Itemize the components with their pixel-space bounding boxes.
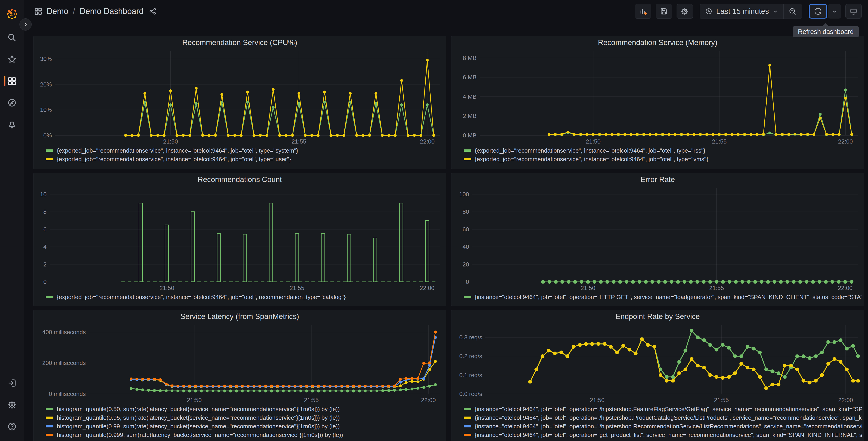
legend-item[interactable]: {exported_job="recommendationservice", i… (464, 155, 862, 164)
svg-text:4: 4 (43, 243, 46, 250)
dashboard-settings-button[interactable] (677, 4, 693, 19)
breadcrumb-page[interactable]: Demo Dashboard (80, 6, 144, 16)
add-panel-icon (639, 7, 647, 16)
legend-item[interactable]: {instance="otelcol:9464", job="otel", op… (464, 405, 862, 413)
legend-swatch-icon (464, 158, 471, 160)
sidebar-item-starred[interactable] (0, 49, 24, 70)
legend-swatch-icon (46, 158, 53, 160)
toolbar: Last 15 minutes (630, 4, 862, 19)
svg-text:21:55: 21:55 (304, 396, 319, 404)
save-dashboard-button[interactable] (656, 4, 672, 19)
sidebar-item-search[interactable] (0, 27, 24, 49)
panel-title[interactable]: Recommendations Count (33, 173, 446, 185)
sidebar-expand-button[interactable] (20, 18, 32, 31)
svg-text:6 MB: 6 MB (463, 74, 476, 81)
error-rate-legend: {instance="otelcol:9464", job="otel", op… (452, 292, 864, 306)
kiosk-mode-button[interactable] (845, 4, 862, 19)
legend-item[interactable]: {exported_job="recommendationservice", i… (46, 146, 444, 155)
svg-text:100: 100 (459, 191, 469, 198)
legend-label: {exported_job="recommendationservice", i… (57, 294, 345, 301)
svg-text:0.0 req/s: 0.0 req/s (459, 390, 482, 397)
recommendations-chart[interactable]: 024681021:5021:5522:00 (33, 185, 446, 292)
sidebar-item-settings[interactable] (0, 394, 24, 416)
panel-title[interactable]: Recommendation Service (Memory) (452, 36, 864, 48)
legend-swatch-icon (46, 149, 53, 152)
error-rate-chart[interactable]: 02040608010021:5021:5522:00 (452, 185, 864, 292)
legend-label: {instance="otelcol:9464", job="otel", op… (475, 406, 862, 413)
panel-error-rate: Error Rate 02040608010021:5021:5522:00 {… (451, 173, 864, 306)
svg-text:60: 60 (463, 226, 469, 233)
legend-item[interactable]: {instance="otelcol:9464", job="otel", op… (464, 422, 862, 431)
clock-icon (705, 7, 713, 15)
legend-label: {instance="otelcol:9464", job="otel", op… (475, 294, 862, 301)
panel-title[interactable]: Endpoint Rate by Service (452, 310, 864, 322)
refresh-interval-button[interactable] (828, 4, 841, 19)
panel-title[interactable]: Service Latency (from SpanMetrics) (33, 310, 446, 322)
svg-text:2: 2 (43, 261, 46, 268)
memory-chart[interactable]: 0 MB2 MB4 MB6 MB8 MB21:5021:5522:00 (452, 48, 864, 146)
add-panel-button[interactable] (635, 4, 651, 19)
svg-text:22:00: 22:00 (838, 285, 852, 291)
svg-text:0: 0 (43, 278, 46, 285)
zoom-out-button[interactable] (784, 4, 802, 19)
svg-text:21:55: 21:55 (714, 396, 729, 404)
legend-label: {instance="otelcol:9464", job="otel", op… (475, 414, 862, 421)
legend-label: {exported_job="recommendationservice", i… (57, 147, 298, 154)
legend-item[interactable]: {instance="otelcol:9464", job="otel", op… (464, 413, 862, 422)
legend-item[interactable]: histogram_quantile(0.50, sum(rate(latenc… (46, 405, 444, 413)
breadcrumb: Demo / Demo Dashboard (34, 6, 157, 16)
svg-text:21:55: 21:55 (290, 285, 304, 291)
bell-icon (7, 120, 17, 129)
endpoint-rate-legend: {instance="otelcol:9464", job="otel", op… (452, 404, 864, 441)
legend-label: histogram_quantile(0.99, sum(rate(latenc… (57, 423, 340, 430)
svg-text:10%: 10% (40, 107, 52, 113)
zoom-out-icon (788, 7, 797, 16)
endpoint-rate-chart[interactable]: 0.0 req/s0.1 req/s0.2 req/s0.3 req/s21:5… (452, 322, 864, 404)
help-icon (7, 422, 17, 431)
legend-item[interactable]: histogram_quantile(0.999, sum(rate(laten… (46, 431, 444, 439)
legend-label: {exported_job="recommendationservice", i… (475, 156, 708, 163)
latency-chart[interactable]: 0 milliseconds200 milliseconds400 millis… (33, 322, 446, 404)
svg-text:4 MB: 4 MB (463, 93, 476, 100)
svg-text:0.3 req/s: 0.3 req/s (459, 334, 482, 341)
gear-icon (681, 7, 689, 16)
sidebar-item-dashboards[interactable] (0, 70, 24, 92)
legend-item[interactable]: {exported_job="recommendationservice", i… (46, 293, 444, 301)
svg-text:21:50: 21:50 (187, 396, 202, 404)
share-icon[interactable] (149, 7, 157, 15)
breadcrumb-section[interactable]: Demo (46, 6, 68, 16)
legend-item[interactable]: histogram_quantile(0.99, sum(rate(latenc… (46, 422, 444, 431)
panel-title[interactable]: Error Rate (452, 173, 864, 185)
svg-text:0.1 req/s: 0.1 req/s (459, 372, 482, 379)
refresh-dashboard-button[interactable] (809, 4, 827, 19)
gear-icon (7, 400, 17, 410)
legend-item[interactable]: histogram_quantile(0.95, sum(rate(latenc… (46, 413, 444, 422)
svg-text:8 MB: 8 MB (463, 55, 476, 61)
time-range-picker[interactable]: Last 15 minutes (700, 4, 783, 19)
panel-title[interactable]: Recommendation Service (CPU%) (33, 36, 446, 48)
legend-item[interactable]: {instance="otelcol:9464", job="otel", op… (464, 431, 862, 439)
chevron-right-icon (23, 22, 29, 27)
sidebar-item-help[interactable] (0, 416, 24, 437)
time-range-label: Last 15 minutes (716, 7, 769, 16)
search-icon (7, 33, 17, 42)
legend-swatch-icon (46, 408, 53, 410)
legend-item[interactable]: {instance="otelcol:9464", job="otel", op… (464, 293, 862, 301)
grafana-logo[interactable] (6, 8, 18, 20)
svg-text:30%: 30% (40, 56, 52, 62)
cpu-chart[interactable]: 0%10%20%30%21:5021:5522:00 (33, 48, 446, 146)
legend-label: {instance="otelcol:9464", job="otel", op… (475, 432, 862, 439)
legend-swatch-icon (46, 296, 53, 298)
svg-text:2 MB: 2 MB (463, 113, 476, 119)
sidebar (0, 0, 24, 441)
panel-memory: Recommendation Service (Memory) 0 MB2 MB… (451, 36, 864, 169)
monitor-icon (849, 7, 858, 16)
sidebar-item-alerting[interactable] (0, 114, 24, 136)
sidebar-item-explore[interactable] (0, 92, 24, 114)
legend-label: histogram_quantile(0.50, sum(rate(latenc… (57, 406, 340, 413)
svg-text:8: 8 (43, 208, 46, 215)
legend-item[interactable]: {exported_job="recommendationservice", i… (464, 146, 862, 155)
legend-item[interactable]: {exported_job="recommendationservice", i… (46, 155, 444, 164)
sidebar-item-sign-in[interactable] (0, 372, 24, 394)
svg-text:21:55: 21:55 (709, 285, 724, 291)
